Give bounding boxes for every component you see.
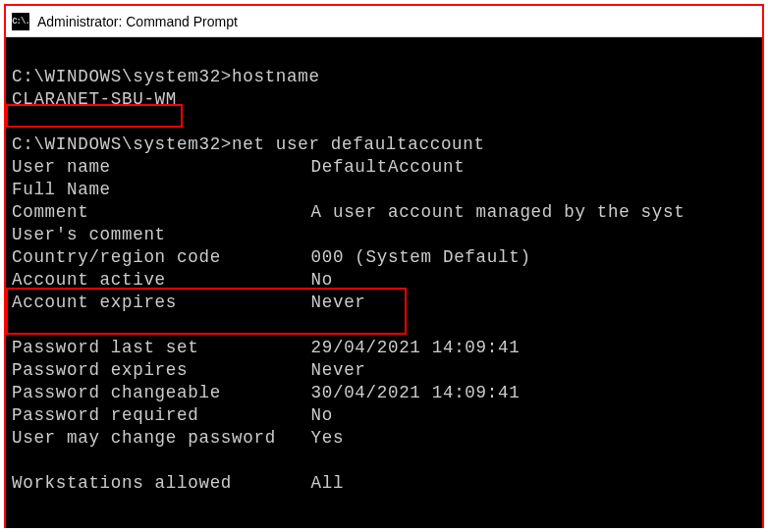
row-user-may-change: User may change passwordYes	[12, 428, 344, 448]
prompt-line-2: C:\WINDOWS\system32>net user defaultacco…	[12, 134, 485, 154]
cmd-icon: C:\.	[12, 13, 29, 30]
row-country: Country/region code000 (System Default)	[12, 247, 531, 267]
row-pwd-expires: Password expiresNever	[12, 360, 366, 380]
row-users-comment: User's comment	[12, 225, 311, 244]
row-account-active: Account activeNo	[12, 270, 333, 290]
hostname-output: CLARANET-SBU-WM	[12, 89, 177, 109]
row-pwd-last-set: Password last set29/04/2021 14:09:41	[12, 338, 520, 357]
row-user-name: User nameDefaultAccount	[12, 157, 465, 177]
row-account-expires: Account expiresNever	[12, 293, 366, 312]
row-full-name: Full Name	[12, 180, 311, 199]
window-title: Administrator: Command Prompt	[37, 14, 238, 29]
row-pwd-changeable: Password changeable30/04/2021 14:09:41	[12, 383, 520, 402]
row-pwd-required: Password requiredNo	[12, 405, 333, 425]
prompt-line-1: C:\WINDOWS\system32>hostname	[12, 67, 320, 86]
row-comment: CommentA user account managed by the sys…	[12, 202, 685, 222]
row-workstations: Workstations allowedAll	[12, 473, 344, 493]
title-bar: C:\. Administrator: Command Prompt	[6, 6, 762, 37]
terminal-viewport[interactable]: C:\WINDOWS\system32>hostname CLARANET-SB…	[6, 37, 762, 528]
